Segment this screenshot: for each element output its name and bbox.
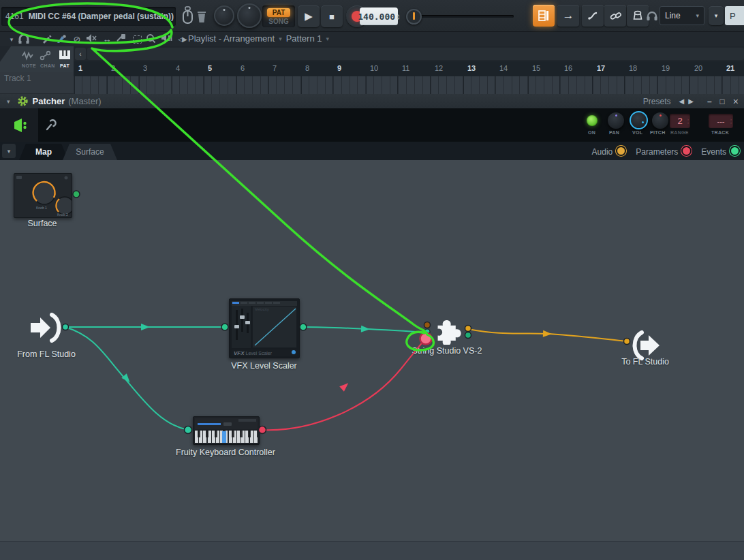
playlist-grid[interactable] — [74, 76, 744, 94]
legend-events[interactable]: Events — [701, 146, 740, 157]
parameters-dot[interactable] — [681, 146, 692, 156]
pitch-label: PITCH — [650, 130, 666, 135]
slide-note-button[interactable] — [582, 5, 604, 27]
canvas-bottom-band — [0, 541, 744, 560]
view-dropdown-button[interactable]: ▾ — [2, 144, 16, 158]
track-spinner[interactable]: ›‹ — [730, 118, 732, 125]
paint-brush-icon[interactable] — [56, 33, 68, 45]
tab-surface[interactable]: Surface — [63, 144, 117, 160]
tab-map[interactable]: Map — [19, 144, 68, 160]
bar-number: 3 — [143, 64, 147, 72]
patcher-logo-block[interactable] — [0, 108, 38, 142]
pitch-knob[interactable] — [652, 112, 668, 129]
mute-tool-icon[interactable] — [86, 33, 98, 45]
bar-number: 10 — [370, 64, 378, 72]
note-label[interactable]: NOTE — [22, 63, 36, 68]
close-button[interactable]: × — [733, 96, 739, 107]
typing-keyboard-icon[interactable] — [181, 5, 195, 26]
pan-knob[interactable] — [608, 112, 624, 129]
scroll-back-button[interactable]: ‹ — [75, 48, 86, 60]
window-collapse-icon[interactable]: ▾ — [7, 98, 10, 105]
chan-mode-icon[interactable] — [40, 50, 52, 61]
legend-audio-label: Audio — [592, 147, 613, 157]
nudge-knob[interactable] — [237, 3, 262, 28]
link-button[interactable] — [604, 5, 626, 27]
pat-mode-label[interactable]: PAT — [267, 8, 291, 17]
line-mode-dropdown[interactable]: Line ▾ — [660, 6, 704, 25]
maximize-button[interactable]: □ — [720, 97, 725, 106]
chevron-down-icon: ▾ — [326, 35, 329, 42]
chan-label[interactable]: CHAN — [40, 63, 55, 68]
zoom-tool-icon[interactable] — [146, 33, 158, 45]
pattern-menu[interactable]: Pattern 1 — [286, 33, 322, 44]
play-button[interactable]: ▶ — [298, 5, 320, 27]
slider-track[interactable] — [414, 15, 514, 18]
preset-prev-button[interactable]: ◀ — [679, 97, 684, 105]
stretch-tool-icon[interactable]: ↔ — [101, 33, 113, 45]
tab-surface-label: Surface — [76, 147, 104, 157]
legend-parameters-label: Parameters — [636, 147, 678, 157]
bar-number: 7 — [273, 64, 277, 72]
node-vfx-level-scaler[interactable]: Velocity VFX Level Scaler — [229, 298, 300, 358]
arrow-right-icon: → — [563, 9, 574, 22]
marquee-select-icon[interactable] — [131, 33, 143, 45]
preset-next-button[interactable]: ▶ — [688, 97, 694, 105]
pat-label[interactable]: PAT — [60, 63, 69, 68]
tempo-spinner[interactable]: ▲▼ — [397, 13, 400, 20]
node-string-studio-icon[interactable] — [433, 319, 466, 345]
range-spinner[interactable]: ›‹ — [687, 118, 689, 125]
extra-dropdown-button[interactable]: ▾ — [709, 6, 724, 25]
track-assign-box[interactable]: --- ›‹ — [709, 114, 733, 128]
node-to-fl-icon[interactable] — [631, 330, 664, 360]
wrench-icon[interactable] — [44, 118, 57, 131]
bar-number: 9 — [337, 64, 341, 72]
slide-tool-icon[interactable] — [116, 33, 128, 45]
gear-icon[interactable] — [17, 95, 29, 107]
recycle-bin-icon[interactable] — [196, 10, 207, 25]
volume-knob[interactable] — [630, 111, 648, 129]
shuffle-knob[interactable] — [214, 5, 234, 26]
note-mode-icon[interactable] — [22, 50, 34, 61]
node-surface[interactable]: Knob 1 Knob 2 — [14, 173, 72, 218]
line-mode-value: Line — [665, 11, 681, 20]
collapse-icon[interactable]: ▾ — [5, 33, 18, 45]
playlist-window-button[interactable] — [533, 5, 555, 27]
tempo-value: 140.000 — [358, 12, 395, 22]
playlist-arrangement-menu[interactable]: Playlist - Arrangement — [188, 33, 275, 44]
pitch-range-value: 2 — [677, 116, 682, 126]
events-dot[interactable] — [730, 146, 740, 156]
playback-preview-icon[interactable] — [161, 33, 173, 45]
pitch-range-box[interactable]: 2 ›‹ — [670, 114, 690, 128]
search-input[interactable]: P — [725, 6, 744, 25]
patcher-titlebar: ▾ Patcher (Master) Presets ◀ ▶ – □ × — [0, 94, 744, 109]
tempo-display[interactable]: 140.000 ▲▼ — [360, 7, 398, 25]
channel-on-led[interactable] — [587, 115, 598, 126]
vfx-brand-a: VFX — [234, 350, 245, 356]
stop-button[interactable]: ■ — [321, 5, 343, 27]
timeline-ruler[interactable]: 1 2 3 4 5 6 7 8 9 10 11 12 13 14 15 16 1… — [74, 61, 744, 77]
legend-audio[interactable]: Audio — [592, 146, 627, 157]
song-mode-label[interactable]: SONG — [268, 18, 288, 25]
play-icon: ▶ — [305, 10, 313, 22]
slider-thumb[interactable] — [406, 9, 422, 25]
bar-number: 1 — [78, 64, 82, 72]
snap-magnet-icon[interactable] — [18, 33, 30, 45]
node-keyboard-controller[interactable] — [193, 416, 260, 445]
track-name[interactable]: Track 1 — [4, 74, 31, 83]
bar-number: 19 — [662, 64, 670, 72]
audio-dot[interactable] — [616, 146, 626, 156]
pat-mode-icon[interactable] — [59, 50, 71, 61]
node-from-fl-icon[interactable] — [30, 313, 63, 343]
minimize-button[interactable]: – — [707, 97, 712, 106]
headphones-icon[interactable] — [646, 10, 658, 22]
track-header[interactable]: Track 1 — [0, 72, 74, 94]
draw-pencil-icon[interactable] — [41, 33, 53, 45]
slip-tool-icon[interactable]: ⊘ — [71, 33, 83, 45]
bar-number: 14 — [499, 64, 508, 72]
step-arrow-button[interactable]: → — [557, 5, 579, 27]
playlist-scrollbar[interactable] — [87, 48, 744, 60]
pat-song-toggle[interactable]: PAT SONG — [262, 5, 295, 27]
legend-parameters[interactable]: Parameters — [636, 146, 692, 157]
playlist-grid-icon — [538, 10, 549, 21]
song-position-slider[interactable] — [406, 8, 515, 25]
